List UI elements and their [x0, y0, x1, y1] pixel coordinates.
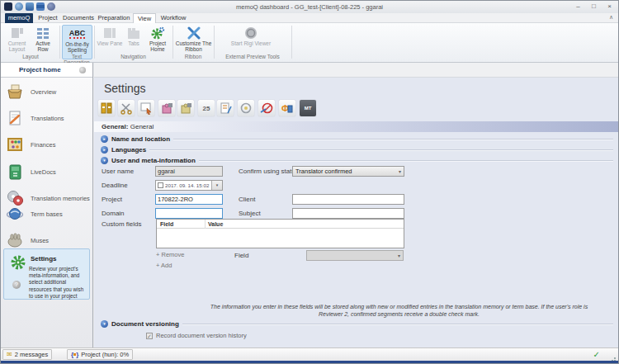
column-header-value[interactable]: Value: [208, 220, 223, 229]
column-header-field[interactable]: Field: [160, 220, 173, 229]
tab-documents[interactable]: Documents: [62, 13, 95, 23]
expand-icon[interactable]: ▸: [101, 146, 108, 154]
section-languages[interactable]: ▸ Languages: [101, 146, 613, 154]
tab-view[interactable]: View: [133, 13, 156, 23]
chevron-down-icon: ▾: [398, 251, 400, 261]
category-bar: General: General: [94, 121, 619, 132]
tab-workflow[interactable]: Workflow: [158, 13, 189, 23]
envelope-icon: ✉: [7, 352, 12, 358]
tab-memoq[interactable]: memoQ: [5, 13, 33, 23]
add-custom-field-link[interactable]: + Add: [156, 262, 172, 269]
deadline-value: 2017. 09. 14. 15:02: [165, 182, 211, 188]
record-version-history-checkbox[interactable]: ✓: [146, 333, 153, 339]
section-user-meta[interactable]: ▾ User and meta-information: [101, 157, 613, 164]
tab-preparation[interactable]: Preparation: [97, 13, 131, 23]
user-name-label: User name: [102, 168, 134, 175]
active-row-button[interactable]: Active Row: [31, 25, 55, 53]
finances-icon: [6, 135, 24, 154]
sync-icon: {}: [71, 352, 78, 358]
collapse-icon[interactable]: ▾: [101, 320, 108, 328]
project-home-button[interactable]: Project Home: [144, 25, 171, 53]
calendar-icon[interactable]: ▾: [211, 181, 222, 190]
group-label-navigation: Navigation: [94, 54, 172, 59]
group-label-ribbon: Ribbon: [172, 54, 214, 59]
ignore-lists-icon[interactable]: [217, 100, 234, 116]
auto-translation-rules-icon[interactable]: 25: [198, 100, 215, 116]
sidebar-item-overview[interactable]: Overview: [6, 83, 56, 101]
sidebar-item-settings[interactable]: Settings Review your project's meta-info…: [3, 248, 90, 300]
segmentation-rules-icon[interactable]: [118, 100, 135, 116]
meta-info-note: The information you enter in these field…: [199, 303, 599, 319]
pin-icon[interactable]: [79, 67, 86, 73]
general-settings-icon[interactable]: [98, 100, 115, 116]
memoq-window: memoQ dashboard - GG_test-[Client]-08-22…: [0, 0, 619, 364]
project-field[interactable]: [155, 194, 223, 205]
remove-custom-field-link[interactable]: + Remove: [156, 251, 184, 258]
plus-icon: +: [156, 262, 159, 269]
qa-settings-icon[interactable]: [138, 100, 154, 116]
sidebar-item-muses[interactable]: Muses: [6, 231, 49, 249]
machine-translation-icon[interactable]: MT: [300, 100, 316, 116]
lqa-models-icon[interactable]: Φ: [279, 100, 295, 116]
minimize-button[interactable]: –: [573, 2, 584, 12]
sidebar-item-finances[interactable]: Finances: [6, 135, 55, 154]
font-substitution-icon[interactable]: [238, 100, 254, 116]
maximize-button[interactable]: □: [588, 2, 599, 12]
deadline-checkbox[interactable]: [158, 182, 163, 188]
collapse-icon[interactable]: ▾: [101, 157, 108, 164]
confirm-status-select[interactable]: Translator confirmed ▾: [292, 166, 404, 177]
deadline-field[interactable]: 2017. 09. 14. 15:02 ▾: [155, 180, 223, 191]
rigi-viewer-icon: [224, 26, 278, 40]
window-bottom-border: [1, 361, 618, 364]
current-layout-button[interactable]: Current Layout: [4, 25, 30, 53]
sidebar-item-livedocs[interactable]: LiveDocs: [6, 163, 56, 181]
layout-icon: [4, 26, 30, 40]
domain-label: Domain: [102, 210, 125, 217]
group-label-external-preview: External Preview Tools: [214, 54, 291, 59]
overview-icon: [6, 83, 24, 101]
ribbon-tab-bar: memoQ Project Documents Preparation View…: [1, 13, 618, 23]
field-label: Field: [234, 252, 248, 259]
view-pane-button[interactable]: View Pane: [97, 25, 123, 46]
client-field[interactable]: [292, 194, 404, 205]
messages-panel[interactable]: ✉ 2 messages: [2, 349, 52, 360]
messages-count: 2 messages: [15, 351, 48, 358]
non-translatables-icon[interactable]: [258, 100, 275, 116]
tm-settings-icon[interactable]: [158, 100, 175, 116]
customize-ribbon-button[interactable]: Customize The Ribbon: [175, 25, 212, 53]
window-title: memoQ dashboard - GG_test-[Client]-08-22…: [1, 3, 618, 11]
collapse-ribbon-icon[interactable]: ∧: [609, 14, 613, 21]
close-button[interactable]: ×: [604, 2, 615, 12]
start-rigi-viewer-button[interactable]: Start Rigi Viewer: [224, 25, 278, 46]
status-bar: ✉ 2 messages {} Project (hun): 0% ✓: [1, 347, 618, 361]
domain-field[interactable]: [155, 208, 223, 219]
client-label: Client: [239, 196, 255, 203]
sidebar-item-translations[interactable]: Translations: [6, 109, 64, 127]
resize-grip[interactable]: [611, 355, 616, 360]
custom-fields-table[interactable]: Field Value: [156, 219, 404, 248]
tabs-button[interactable]: Tabs: [124, 25, 144, 46]
section-name-and-location[interactable]: ▸ Name and location: [101, 135, 613, 143]
sidebar-item-term-bases[interactable]: Term bases: [6, 205, 63, 223]
chevron-down-icon: ▾: [399, 167, 401, 177]
custom-fields-label: Custom fields: [102, 220, 141, 228]
crossed-pencils-icon: [175, 26, 212, 40]
livedocs-settings-icon[interactable]: [177, 100, 194, 116]
project-label: Project: [102, 196, 122, 203]
project-progress-panel[interactable]: {} Project (hun): 0%: [67, 349, 133, 360]
tab-project[interactable]: Project: [35, 13, 60, 23]
view-pane-icon: [97, 26, 123, 40]
settings-pane: Settings 25 Φ MT General: General ▸ Name…: [94, 63, 619, 347]
expand-icon[interactable]: ▸: [101, 135, 108, 143]
section-document-versioning[interactable]: ▾ Document versioning: [101, 320, 613, 328]
help-icon: ?: [12, 281, 21, 289]
user-name-field: ggarai: [155, 166, 223, 177]
record-version-history-label: Record document version history: [156, 332, 247, 339]
gear-icon: [144, 26, 171, 40]
tabs-icon: [124, 26, 144, 40]
settings-gear-icon: [9, 253, 27, 272]
subject-field[interactable]: [292, 208, 404, 219]
title-bar: memoQ dashboard - GG_test-[Client]-08-22…: [1, 1, 618, 13]
livedocs-icon: [6, 163, 24, 181]
page-title: Settings: [104, 82, 146, 95]
